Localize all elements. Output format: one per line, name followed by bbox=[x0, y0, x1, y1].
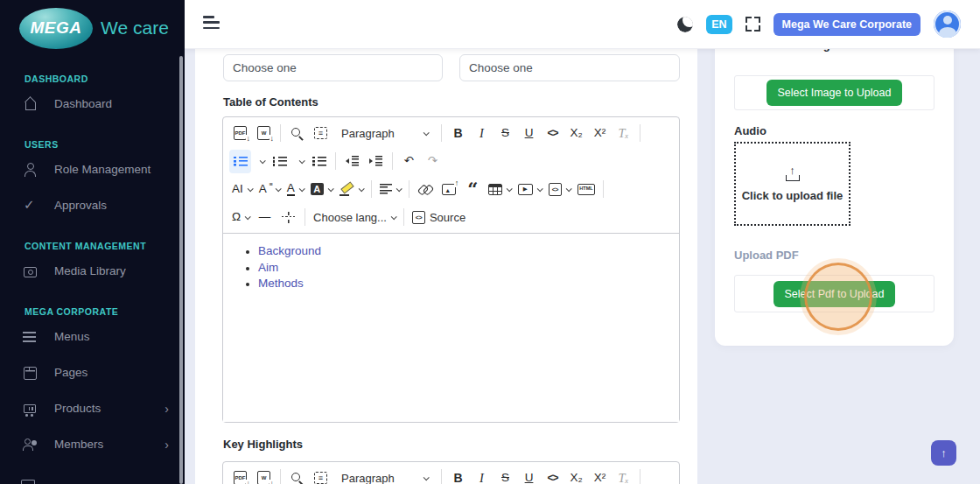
sidebar-item-role-management[interactable]: Role Management bbox=[0, 151, 185, 187]
export-to-pdf[interactable]: PDF bbox=[229, 122, 251, 145]
block-quote[interactable]: “ bbox=[462, 178, 484, 201]
code[interactable]: <> bbox=[542, 466, 564, 484]
sidebar-toggle-icon[interactable] bbox=[203, 16, 220, 32]
todo-list[interactable] bbox=[308, 150, 330, 173]
paragraph-dropdown[interactable]: Paragraph bbox=[333, 122, 436, 145]
toc-item-methods[interactable]: Methods bbox=[258, 277, 679, 291]
text-part-language[interactable]: Choose lang... bbox=[311, 206, 398, 229]
insert-image[interactable]: ▲ bbox=[438, 178, 460, 201]
insert-media[interactable]: ▶ bbox=[515, 178, 544, 201]
check-icon bbox=[23, 199, 38, 213]
toolbar-row: Ω—Choose lang...<>Source bbox=[225, 203, 677, 231]
code[interactable]: <> bbox=[542, 122, 564, 145]
subscript[interactable]: X₂ bbox=[565, 466, 587, 484]
language-badge[interactable]: EN bbox=[706, 15, 732, 34]
chevron-down-icon bbox=[565, 186, 571, 192]
toc-item-background[interactable]: Background bbox=[258, 245, 679, 258]
home-icon bbox=[23, 97, 38, 111]
select-image-button[interactable]: Select Image to Upload bbox=[766, 80, 903, 106]
toc-editor-content[interactable]: BackgroundAimMethods bbox=[223, 233, 679, 422]
strikethrough[interactable]: S bbox=[494, 122, 516, 145]
export-to-word[interactable]: W bbox=[253, 122, 275, 145]
undo-icon: ↶ bbox=[404, 155, 414, 167]
code-block[interactable]: <> bbox=[546, 178, 573, 201]
font-background-color[interactable]: A bbox=[308, 178, 335, 201]
redo[interactable]: ↷ bbox=[422, 150, 444, 173]
html-embed[interactable]: HTML bbox=[575, 178, 598, 201]
bulleted-list[interactable] bbox=[229, 150, 251, 173]
italic[interactable]: I bbox=[471, 466, 493, 484]
org-button[interactable]: Mega We Care Corporate bbox=[774, 13, 920, 36]
audio-dropzone[interactable]: Click to upload file bbox=[734, 142, 850, 226]
highlight[interactable] bbox=[337, 178, 366, 201]
superscript[interactable]: X² bbox=[589, 466, 611, 484]
toc-item-aim[interactable]: Aim bbox=[258, 262, 679, 275]
page-break[interactable] bbox=[277, 206, 299, 229]
upload-icon bbox=[783, 166, 802, 181]
undo[interactable]: ↶ bbox=[398, 150, 420, 173]
topbar: EN Mega We Care Corporate bbox=[185, 0, 980, 49]
remove-format[interactable]: Tₓ bbox=[612, 466, 634, 484]
bold[interactable]: B bbox=[447, 122, 469, 145]
select-all-icon: ≡ bbox=[314, 127, 327, 139]
ai-commands[interactable]: AI bbox=[229, 178, 255, 201]
find-and-replace[interactable] bbox=[286, 122, 308, 145]
sidebar-item-dashboard[interactable]: Dashboard bbox=[0, 86, 185, 122]
sidebar-item-products[interactable]: Products› bbox=[0, 390, 185, 426]
underline[interactable]: U bbox=[518, 466, 540, 484]
strikethrough[interactable]: S bbox=[494, 466, 516, 484]
find-and-replace[interactable] bbox=[286, 466, 308, 484]
indent[interactable] bbox=[365, 150, 387, 173]
sidebar-item-media-library[interactable]: Media Library bbox=[0, 253, 185, 289]
chevron-down-icon bbox=[275, 186, 281, 192]
sidebar-item-members[interactable]: Members› bbox=[0, 426, 185, 462]
select-all[interactable]: ≡ bbox=[310, 122, 332, 145]
chevron-down-icon bbox=[298, 186, 304, 192]
person-icon bbox=[23, 163, 38, 177]
bold[interactable]: B bbox=[447, 466, 469, 484]
italic[interactable]: I bbox=[471, 122, 493, 145]
source[interactable]: <>Source bbox=[410, 206, 468, 229]
special-characters[interactable]: Ω bbox=[229, 206, 252, 229]
block-quote-icon: “ bbox=[466, 183, 479, 195]
underline[interactable]: U bbox=[518, 122, 540, 145]
sidebar-item-approvals[interactable]: Approvals bbox=[0, 187, 185, 223]
export-to-pdf[interactable]: PDF bbox=[229, 466, 251, 484]
cart-icon bbox=[23, 402, 38, 416]
horizontal-line[interactable]: — bbox=[254, 206, 276, 229]
numbered-list[interactable] bbox=[269, 150, 290, 173]
chevron-down-icon bbox=[424, 474, 430, 480]
toolbar-separator bbox=[409, 180, 410, 198]
bulleted-list-options[interactable] bbox=[253, 150, 267, 173]
sidebar-item-label: Menus bbox=[54, 330, 90, 343]
insert-table[interactable] bbox=[486, 178, 514, 201]
fullscreen-icon[interactable] bbox=[746, 17, 760, 32]
sidebar-item-label: Products bbox=[54, 402, 101, 415]
link[interactable] bbox=[415, 178, 437, 201]
subcategory-select[interactable]: Choose one bbox=[459, 54, 680, 81]
remove-format-icon: Tₓ bbox=[618, 127, 628, 140]
font-size[interactable]: A bbox=[256, 178, 283, 201]
paragraph-dropdown-label: Paragraph bbox=[341, 127, 395, 140]
numbered-list-options[interactable] bbox=[292, 150, 306, 173]
select-all[interactable]: ≡ bbox=[310, 466, 332, 484]
sidebar-scrollbar[interactable] bbox=[179, 56, 183, 484]
avatar[interactable] bbox=[934, 11, 961, 38]
key-highlights-editor: PDFW≡ParagraphBISU<>X₂X²Tₓ bbox=[222, 461, 680, 484]
export-to-word[interactable]: W bbox=[253, 466, 275, 484]
remove-format[interactable]: Tₓ bbox=[612, 122, 634, 145]
subscript[interactable]: X₂ bbox=[565, 122, 587, 145]
paragraph-dropdown[interactable]: Paragraph bbox=[333, 466, 436, 484]
dark-mode-icon[interactable] bbox=[677, 17, 693, 32]
italic-icon: I bbox=[480, 127, 484, 140]
chevron-down-icon bbox=[536, 186, 542, 192]
category-select[interactable]: Choose one bbox=[223, 54, 443, 81]
sidebar-item-pages[interactable]: Pages bbox=[0, 354, 185, 390]
horizontal-line-icon: — bbox=[259, 211, 271, 223]
font-color[interactable]: A bbox=[284, 178, 306, 201]
sidebar-item-menus[interactable]: Menus bbox=[0, 319, 185, 354]
outdent[interactable] bbox=[341, 150, 363, 173]
superscript[interactable]: X² bbox=[589, 122, 611, 145]
text-alignment[interactable] bbox=[377, 178, 403, 201]
scroll-to-top-button[interactable]: ↑ bbox=[931, 440, 956, 466]
